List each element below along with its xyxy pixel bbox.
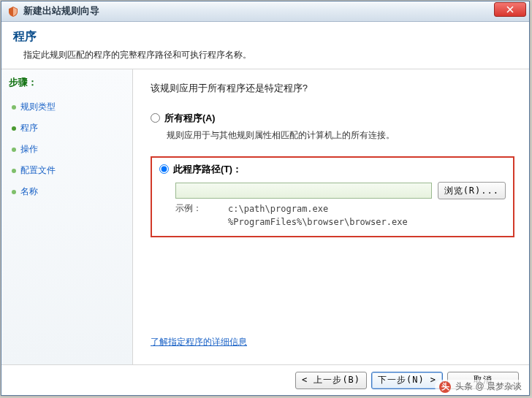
close-icon <box>506 6 514 13</box>
radio-program-path[interactable] <box>159 164 169 174</box>
example-label: 示例： <box>175 202 228 229</box>
body-pane: 步骤： 规则类型 程序 操作 配置文件 名称 该规则应 <box>1 69 529 364</box>
bullet-icon <box>12 148 16 152</box>
main-content: 该规则应用于所有程序还是特定程序? 所有程序(A) 规则应用于与其他规则属性相匹… <box>133 69 529 364</box>
step-action[interactable]: 操作 <box>9 139 132 160</box>
option-program-path[interactable]: 此程序路径(T)： <box>159 164 506 176</box>
cancel-button[interactable]: 取消 <box>447 372 519 389</box>
radio-all-programs[interactable] <box>151 113 160 123</box>
footer-pane: < 上一步(B) 下一步(N) > 取消 <box>1 364 529 395</box>
bullet-icon <box>12 105 16 110</box>
titlebar: 新建出站规则向导 <box>1 1 529 22</box>
example-paths: c:\path\program.exe %ProgramFiles%\brows… <box>228 202 408 229</box>
steps-sidebar: 步骤： 规则类型 程序 操作 配置文件 名称 <box>1 69 133 364</box>
bullet-icon <box>12 126 16 131</box>
question-text: 该规则应用于所有程序还是特定程序? <box>151 83 514 95</box>
wizard-window: 新建出站规则向导 程序 指定此规则匹配的程序的完整程序路径和可执行程序名称。 步… <box>1 1 530 396</box>
step-program[interactable]: 程序 <box>9 118 132 139</box>
bullet-icon <box>12 190 16 194</box>
page-subtitle: 指定此规则匹配的程序的完整程序路径和可执行程序名称。 <box>13 49 517 61</box>
learn-more-link[interactable]: 了解指定程序的详细信息 <box>151 336 247 348</box>
step-label[interactable]: 配置文件 <box>20 164 56 177</box>
titlebar-controls <box>494 7 526 17</box>
step-label[interactable]: 操作 <box>20 143 38 156</box>
highlight-box: 此程序路径(T)： 浏览(R)... 示例： c:\path\program.e… <box>151 156 514 237</box>
option-all-programs[interactable]: 所有程序(A) <box>151 112 514 125</box>
next-button[interactable]: 下一步(N) > <box>371 372 443 389</box>
step-label[interactable]: 规则类型 <box>20 101 56 113</box>
program-path-input[interactable] <box>175 183 432 199</box>
step-name[interactable]: 名称 <box>9 181 132 202</box>
browse-button[interactable]: 浏览(R)... <box>438 182 506 199</box>
option-path-label: 此程序路径(T)： <box>173 164 242 176</box>
option-all-label: 所有程序(A) <box>164 112 215 125</box>
path-row: 浏览(R)... <box>175 182 506 199</box>
close-button[interactable] <box>494 2 526 17</box>
step-label[interactable]: 名称 <box>20 185 38 198</box>
step-label[interactable]: 程序 <box>20 122 38 134</box>
step-rule-type[interactable]: 规则类型 <box>9 96 132 118</box>
back-button[interactable]: < 上一步(B) <box>295 372 367 389</box>
window-title: 新建出站规则向导 <box>23 5 99 18</box>
step-profile[interactable]: 配置文件 <box>9 160 132 181</box>
option-all-desc: 规则应用于与其他规则属性相匹配的计算机上的所有连接。 <box>167 129 514 142</box>
header-pane: 程序 指定此规则匹配的程序的完整程序路径和可执行程序名称。 <box>1 22 529 69</box>
page-title: 程序 <box>13 29 517 45</box>
steps-heading: 步骤： <box>9 77 132 89</box>
app-icon <box>7 6 19 18</box>
example-row: 示例： c:\path\program.exe %ProgramFiles%\b… <box>175 202 506 229</box>
bullet-icon <box>12 169 16 173</box>
